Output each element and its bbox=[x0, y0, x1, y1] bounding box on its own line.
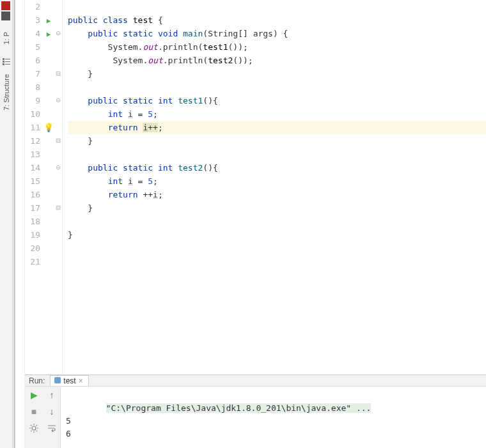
fold-expand-icon[interactable]: ⊖ bbox=[56, 163, 60, 172]
run-toolbar: ▶ ↑ ■ ↓ bbox=[25, 387, 61, 448]
code-line[interactable] bbox=[68, 81, 486, 94]
line-number[interactable]: 15 bbox=[25, 174, 40, 188]
svg-rect-1 bbox=[3, 61, 4, 63]
fold-expand-icon[interactable]: ⊖ bbox=[56, 29, 60, 38]
folder-icon bbox=[1, 12, 10, 20]
line-number[interactable]: 19 bbox=[25, 228, 40, 242]
rerun-button[interactable]: ▶ bbox=[25, 387, 43, 403]
code-line[interactable]: } bbox=[68, 67, 486, 81]
svg-line-11 bbox=[31, 425, 31, 426]
pdf-file-icon bbox=[1, 1, 10, 10]
svg-rect-2 bbox=[3, 63, 4, 65]
structure-icon bbox=[3, 58, 10, 66]
line-number[interactable]: 21 bbox=[25, 255, 40, 268]
code-line[interactable]: } bbox=[68, 201, 486, 215]
line-number[interactable]: 6 bbox=[25, 54, 40, 67]
code-line[interactable]: return ++i; bbox=[68, 188, 486, 201]
code-line[interactable]: int i = 5; bbox=[68, 107, 486, 121]
down-stack-button[interactable]: ↓ bbox=[43, 403, 61, 420]
code-line[interactable]: return i++; bbox=[68, 121, 486, 134]
code-line[interactable]: System.out.println(test1()); bbox=[68, 40, 486, 54]
svg-line-13 bbox=[31, 431, 31, 431]
up-stack-button[interactable]: ↑ bbox=[43, 387, 61, 403]
line-number[interactable]: 12 bbox=[25, 134, 40, 148]
code-line[interactable]: } bbox=[68, 228, 486, 242]
code-line[interactable]: } bbox=[68, 134, 486, 148]
code-line[interactable]: public class test { bbox=[68, 13, 486, 27]
code-line[interactable]: System.out.println(test2()); bbox=[68, 54, 486, 67]
code-line[interactable]: public static void main(String[] args) { bbox=[68, 27, 486, 40]
line-number[interactable]: 4 bbox=[25, 27, 40, 40]
line-number[interactable]: 8 bbox=[25, 81, 40, 94]
editor-left-margin bbox=[13, 0, 25, 448]
svg-rect-5 bbox=[5, 64, 10, 65]
code-line[interactable] bbox=[68, 255, 486, 268]
console-command-line: "C:\Program Files\Java\jdk1.8.0_201\bin\… bbox=[106, 403, 372, 413]
code-line[interactable]: public static int test1(){ bbox=[68, 94, 486, 107]
fold-expand-icon[interactable]: ⊖ bbox=[56, 96, 60, 105]
line-number[interactable]: 20 bbox=[25, 242, 40, 255]
project-tool-tab[interactable]: 1: P bbox=[3, 32, 10, 45]
svg-point-6 bbox=[32, 426, 36, 430]
soft-wrap-button[interactable] bbox=[43, 420, 61, 436]
line-number[interactable]: 16 bbox=[25, 188, 40, 201]
line-number[interactable]: 9 bbox=[25, 94, 40, 107]
line-number[interactable]: 3 bbox=[25, 13, 40, 27]
line-number[interactable]: 13 bbox=[25, 148, 40, 161]
svg-line-14 bbox=[36, 425, 37, 426]
stop-button[interactable]: ■ bbox=[25, 403, 43, 420]
line-number[interactable]: 18 bbox=[25, 215, 40, 228]
line-number[interactable]: 2 bbox=[25, 0, 40, 13]
svg-rect-3 bbox=[5, 59, 10, 59]
code-line[interactable]: public static int test2(){ bbox=[68, 161, 486, 174]
run-panel-header: Run: test × bbox=[25, 375, 486, 387]
console-output[interactable]: "C:\Program Files\Java\jdk1.8.0_201\bin\… bbox=[61, 387, 486, 448]
intention-bulb-icon[interactable]: 💡 bbox=[43, 123, 54, 132]
run-gutter-icon[interactable]: ▶ bbox=[47, 17, 51, 25]
run-tool-window: Run: test × ▶ ↑ ■ ↓ "C:\Program bbox=[25, 375, 486, 448]
editor-gutter[interactable]: 23456789101112131415161718192021 ▶▶💡 ⊖⊟⊖… bbox=[25, 0, 63, 375]
line-number[interactable]: 7 bbox=[25, 67, 40, 81]
fold-collapse-end-icon[interactable]: ⊟ bbox=[56, 136, 60, 145]
line-number[interactable]: 5 bbox=[25, 40, 40, 54]
svg-rect-0 bbox=[3, 58, 4, 60]
code-editor[interactable]: 23456789101112131415161718192021 ▶▶💡 ⊖⊟⊖… bbox=[25, 0, 486, 375]
line-number[interactable]: 10 bbox=[25, 107, 40, 121]
svg-line-12 bbox=[36, 431, 37, 431]
code-line[interactable] bbox=[68, 242, 486, 255]
code-line[interactable] bbox=[68, 0, 486, 13]
run-config-name: test bbox=[63, 376, 75, 385]
fold-collapse-end-icon[interactable]: ⊟ bbox=[56, 203, 60, 212]
line-number[interactable]: 11 bbox=[25, 121, 40, 134]
layout-settings-button[interactable] bbox=[25, 420, 43, 436]
code-line[interactable]: int i = 5; bbox=[68, 174, 486, 188]
structure-tool-tab[interactable]: 7: Structure bbox=[3, 74, 10, 111]
line-number[interactable]: 14 bbox=[25, 161, 40, 174]
code-line[interactable] bbox=[68, 148, 486, 161]
fold-collapse-end-icon[interactable]: ⊟ bbox=[56, 69, 60, 78]
run-config-tab[interactable]: test × bbox=[50, 375, 88, 386]
close-icon[interactable]: × bbox=[79, 376, 83, 385]
line-number[interactable]: 17 bbox=[25, 201, 40, 215]
code-line[interactable] bbox=[68, 215, 486, 228]
run-config-icon bbox=[54, 376, 61, 385]
console-line: 6 bbox=[66, 429, 71, 438]
console-line: 5 bbox=[66, 416, 71, 426]
run-gutter-icon[interactable]: ▶ bbox=[47, 30, 51, 38]
run-panel-label: Run: bbox=[29, 376, 45, 385]
tool-window-bar[interactable]: 1: P 7: Structure bbox=[0, 0, 13, 448]
svg-rect-4 bbox=[5, 61, 10, 62]
